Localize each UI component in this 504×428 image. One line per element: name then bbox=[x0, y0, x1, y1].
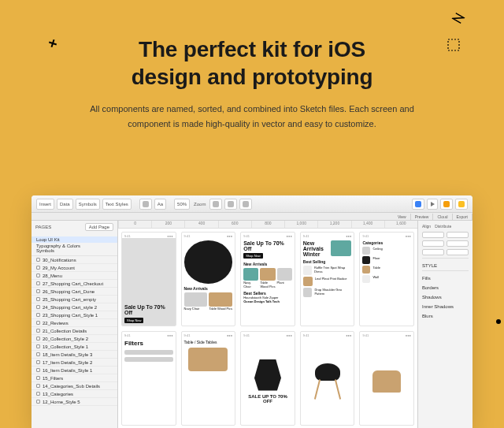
artboard[interactable]: 18_Item Details_Style 39:41●●● Table / S… bbox=[181, 331, 236, 426]
toolbar-right-tabs: View Preview Cloud Export bbox=[32, 213, 472, 221]
layer-row[interactable]: 20_Collection_Style 2 bbox=[32, 335, 117, 343]
boolean-tool-button[interactable] bbox=[239, 199, 252, 210]
preview-button[interactable] bbox=[427, 199, 438, 210]
layer-label: 21_Collection Details bbox=[43, 329, 87, 333]
ruler-tick: 400 bbox=[184, 221, 217, 228]
insert-button[interactable]: Insert bbox=[36, 199, 54, 210]
h-input[interactable] bbox=[447, 240, 469, 247]
layer-row[interactable]: 14_Categories_Sub Details bbox=[32, 382, 117, 390]
layer-row[interactable]: 23_Shopping Cart_Style 1 bbox=[32, 311, 117, 319]
layer-label: 13_Categories bbox=[43, 392, 73, 396]
add-page-button[interactable]: Add Page bbox=[85, 223, 113, 231]
layer-row[interactable]: 22_Reviews bbox=[32, 319, 117, 327]
layer-row[interactable]: 15_Filters bbox=[32, 374, 117, 382]
edit-tool-button[interactable] bbox=[209, 199, 222, 210]
layer-label: 29_My Account bbox=[43, 266, 75, 270]
ruler-tick: 200 bbox=[151, 221, 184, 228]
page-item[interactable]: Loop UI Kit bbox=[32, 236, 117, 243]
layer-label: 20_Collection_Style 2 bbox=[43, 337, 88, 341]
layer-label: 16_Item Details_Style 1 bbox=[43, 368, 92, 373]
export-button[interactable] bbox=[455, 199, 468, 210]
layer-label: 24_Shopping Cart_style 2 bbox=[43, 305, 97, 310]
text-tool-button[interactable]: Aa bbox=[154, 199, 166, 210]
radius-input[interactable] bbox=[447, 249, 469, 255]
fills-section[interactable]: Fills bbox=[422, 276, 469, 281]
shadows-section[interactable]: Shadows bbox=[422, 295, 469, 300]
page-item[interactable]: Symbols bbox=[36, 248, 113, 253]
artboard[interactable]: 9:41●●● New Arrivals Winter Best Selling… bbox=[300, 232, 355, 326]
zoom-label: Zoom bbox=[192, 202, 207, 207]
layer-label: 23_Shopping Cart_Style 1 bbox=[43, 313, 98, 318]
layer-row[interactable]: 27_Shopping Cart_Checkout bbox=[32, 280, 117, 288]
x-input[interactable] bbox=[422, 232, 444, 238]
artboard[interactable]: 13_Categories9:41●●● Categories Ceiling … bbox=[359, 232, 414, 326]
layer-row[interactable]: 17_Item Details_Style 2 bbox=[32, 359, 117, 367]
artboard[interactable]: 9:41●●● SALE UP TO 70% OFF bbox=[240, 331, 295, 426]
decor-z-icon bbox=[451, 12, 465, 24]
hero-title-line1: The perfect kit for iOS bbox=[139, 37, 365, 61]
cloud-button[interactable] bbox=[440, 199, 453, 210]
blurs-section[interactable]: Blurs bbox=[422, 314, 469, 318]
zoom-value[interactable]: 50% bbox=[174, 199, 190, 210]
layer-label: 12_Home_Style 5 bbox=[43, 400, 80, 404]
layer-row[interactable]: 19_Collection_Style 1 bbox=[32, 343, 117, 351]
layer-row[interactable]: 24_Shopping Cart_style 2 bbox=[32, 303, 117, 311]
tab-export[interactable]: Export bbox=[453, 214, 472, 220]
artboard[interactable]: 9:41●●● Sale Up To 70% OffShop Now New A… bbox=[240, 232, 295, 326]
layer-label: 30_Notifications bbox=[43, 258, 76, 262]
app-toolbar: Insert Data Symbols Text Styles Aa 50% Z… bbox=[32, 195, 472, 213]
y-input[interactable] bbox=[447, 232, 469, 238]
innershadows-section[interactable]: Inner Shadows bbox=[422, 304, 469, 309]
align-tab[interactable]: Align bbox=[422, 224, 431, 229]
tab-cloud[interactable]: Cloud bbox=[433, 214, 452, 220]
view-button[interactable] bbox=[412, 199, 424, 210]
layer-row[interactable]: 16_Item Details_Style 1 bbox=[32, 367, 117, 374]
tab-view[interactable]: View bbox=[394, 214, 411, 220]
layer-row[interactable]: 13_Categories bbox=[32, 390, 117, 398]
artboard[interactable]: 17_Item_Details_Style 29:41●●● bbox=[300, 331, 355, 426]
layer-label: 28_Menu bbox=[43, 274, 62, 278]
distribute-tab[interactable]: Distribute bbox=[435, 224, 451, 229]
layer-row[interactable]: 26_Shopping Cart_Done bbox=[32, 288, 117, 296]
layer-row[interactable]: 21_Collection Details bbox=[32, 327, 117, 335]
symbols-button[interactable]: Symbols bbox=[76, 199, 100, 210]
inspector-panel: Align Distribute STYLE Fills Borders Sha… bbox=[417, 221, 472, 428]
artboard[interactable]: 11_Home_Style 49:41●●● Sale Up To 70% Of… bbox=[121, 232, 176, 326]
artboard[interactable]: 21_Collection Details9:41●●● bbox=[359, 331, 414, 426]
ruler-tick: 1,600 bbox=[384, 221, 417, 228]
layer-label: 19_Collection_Style 1 bbox=[43, 344, 88, 349]
data-button[interactable]: Data bbox=[57, 199, 73, 210]
layer-row[interactable]: 12_Home_Style 5 bbox=[32, 398, 117, 406]
layer-row[interactable]: 30_Notifications bbox=[32, 256, 117, 264]
layer-row[interactable]: 18_Item Details_Style 3 bbox=[32, 351, 117, 359]
hero-subtitle: All components are named, sorted, and co… bbox=[79, 102, 425, 131]
layer-row[interactable]: 28_Menu bbox=[32, 272, 117, 280]
rotate-input[interactable] bbox=[422, 249, 444, 255]
layer-label: 27_Shopping Cart_Checkout bbox=[43, 281, 103, 286]
layer-label: 15_Filters bbox=[43, 376, 63, 381]
ruler-tick: 1,000 bbox=[284, 221, 317, 228]
layer-label: 22_Reviews bbox=[43, 321, 69, 326]
design-app-window: Insert Data Symbols Text Styles Aa 50% Z… bbox=[32, 195, 472, 428]
w-input[interactable] bbox=[422, 240, 444, 247]
borders-section[interactable]: Borders bbox=[422, 285, 469, 290]
ruler-top: 02004006008001,0001,2001,4001,600 bbox=[118, 221, 417, 229]
ruler-tick: 800 bbox=[251, 221, 284, 228]
layer-label: 26_Shopping Cart_Done bbox=[43, 289, 94, 294]
layer-label: 25_Shopping Cart_empty bbox=[43, 297, 96, 302]
layer-row[interactable]: 29_My Account bbox=[32, 264, 117, 272]
artboard[interactable]: 9:41●●● New Arrivals Navy Chair Table Wo… bbox=[181, 232, 236, 326]
tab-preview[interactable]: Preview bbox=[411, 214, 434, 220]
shape-tool-button[interactable] bbox=[139, 199, 152, 210]
mask-tool-button[interactable] bbox=[224, 199, 237, 210]
layer-row[interactable]: 25_Shopping Cart_empty bbox=[32, 296, 117, 303]
artboard[interactable]: 9:41●●● Filters bbox=[121, 331, 176, 426]
layer-label: 17_Item Details_Style 2 bbox=[43, 360, 92, 365]
pages-label: PAGES bbox=[35, 225, 51, 229]
textstyles-button[interactable]: Text Styles bbox=[102, 199, 132, 210]
hero-title-line2: design and prototyping bbox=[132, 65, 373, 89]
canvas[interactable]: 02004006008001,0001,2001,4001,600 11_Hom… bbox=[118, 221, 417, 428]
hero-title: The perfect kit for iOS design and proto… bbox=[0, 35, 504, 91]
layer-label: 14_Categories_Sub Details bbox=[43, 384, 100, 389]
decor-dot-icon bbox=[496, 319, 501, 324]
